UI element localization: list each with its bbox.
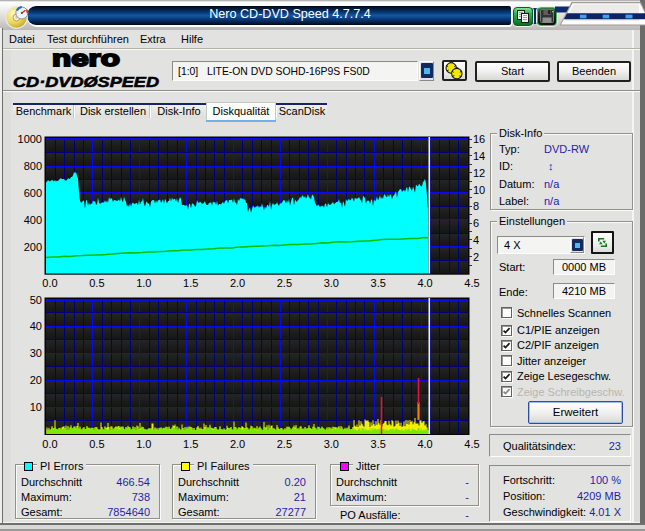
svg-text:2.5: 2.5 xyxy=(277,438,292,450)
svg-text:0.0: 0.0 xyxy=(42,277,57,289)
svg-text:10: 10 xyxy=(30,401,42,413)
svg-text:1.0: 1.0 xyxy=(136,277,151,289)
svg-text:1.0: 1.0 xyxy=(136,438,151,450)
svg-text:400: 400 xyxy=(24,214,42,226)
svg-text:1.5: 1.5 xyxy=(183,438,198,450)
svg-text:2.5: 2.5 xyxy=(277,277,292,289)
svg-text:0.5: 0.5 xyxy=(89,277,104,289)
svg-text:4.5: 4.5 xyxy=(464,277,479,289)
svg-text:20: 20 xyxy=(30,374,42,386)
svg-text:4.0: 4.0 xyxy=(417,438,432,450)
svg-text:2.0: 2.0 xyxy=(230,438,245,450)
svg-text:10: 10 xyxy=(473,184,485,196)
svg-text:40: 40 xyxy=(30,320,42,332)
svg-text:200: 200 xyxy=(24,241,42,253)
svg-text:0.5: 0.5 xyxy=(89,438,104,450)
svg-text:3.5: 3.5 xyxy=(371,277,386,289)
svg-text:12: 12 xyxy=(473,167,485,179)
svg-text:4.0: 4.0 xyxy=(417,277,432,289)
svg-text:2.0: 2.0 xyxy=(230,277,245,289)
svg-text:14: 14 xyxy=(473,150,485,162)
svg-text:600: 600 xyxy=(24,187,42,199)
svg-text:2: 2 xyxy=(473,251,479,263)
svg-text:16: 16 xyxy=(473,133,485,145)
svg-text:8: 8 xyxy=(473,200,479,212)
svg-text:4: 4 xyxy=(473,234,479,246)
svg-text:30: 30 xyxy=(30,347,42,359)
svg-text:800: 800 xyxy=(24,160,42,172)
svg-text:1000: 1000 xyxy=(18,133,42,145)
svg-text:3.5: 3.5 xyxy=(371,438,386,450)
svg-text:0.0: 0.0 xyxy=(42,438,57,450)
svg-text:3.0: 3.0 xyxy=(324,277,339,289)
svg-text:1.5: 1.5 xyxy=(183,277,198,289)
svg-text:50: 50 xyxy=(30,294,42,306)
svg-text:3.0: 3.0 xyxy=(324,438,339,450)
svg-text:4.5: 4.5 xyxy=(464,438,479,450)
svg-text:6: 6 xyxy=(473,217,479,229)
